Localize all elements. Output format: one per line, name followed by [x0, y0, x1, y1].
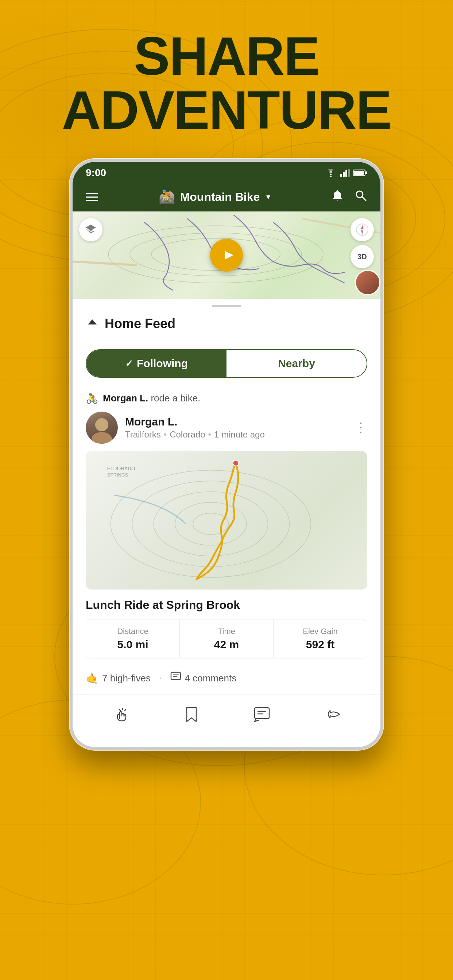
svg-line-18 — [362, 197, 366, 200]
phone-frame: 9:00 — [70, 159, 383, 750]
svg-point-32 — [132, 481, 289, 566]
reactions-row: 🤙 7 high-fives • 4 comments — [86, 667, 367, 694]
map-area[interactable]: 3D — [73, 212, 380, 299]
svg-point-33 — [153, 492, 268, 556]
post-header: Morgan L. Trailforks • Colorado • 1 minu… — [86, 412, 367, 444]
stat-time-value: 42 m — [186, 638, 267, 651]
avatar-image — [86, 412, 118, 444]
bottom-nav — [73, 694, 380, 740]
feed-post: Morgan L. Trailforks • Colorado • 1 minu… — [73, 412, 380, 694]
menu-button[interactable] — [86, 193, 98, 201]
wifi-icon — [325, 169, 337, 177]
svg-point-30 — [91, 432, 112, 444]
post-map[interactable]: ELDORADO SPRINGS — [86, 451, 367, 590]
feed-title: Home Feed — [105, 316, 175, 331]
high-five-icon: 🤙 — [86, 672, 99, 684]
check-icon: ✓ — [125, 358, 133, 369]
svg-point-29 — [95, 418, 108, 431]
hero-section: SHARE ADVENTURE — [62, 29, 391, 137]
tab-nearby-label: Nearby — [278, 357, 315, 370]
svg-marker-27 — [361, 230, 363, 235]
post-source: Trailforks — [125, 430, 161, 440]
search-icon[interactable] — [354, 189, 367, 205]
nav-center[interactable]: 🚵 Mountain Bike ▾ — [159, 189, 271, 205]
post-title: Lunch Ride at Spring Brook — [86, 598, 367, 612]
nav-high-five[interactable] — [107, 703, 136, 725]
svg-marker-28 — [88, 320, 97, 325]
nav-comment[interactable] — [247, 703, 276, 725]
nav-share[interactable] — [318, 703, 347, 725]
tab-nearby[interactable]: Nearby — [226, 350, 367, 377]
nav-title: Mountain Bike — [180, 190, 260, 204]
svg-point-35 — [193, 513, 229, 535]
feed-panel: Home Feed ✓ Following Nearby 🚴 Morgan L.… — [73, 307, 380, 747]
route-svg: ELDORADO SPRINGS — [86, 451, 367, 590]
svg-point-36 — [233, 460, 239, 466]
stats-row: Distance 5.0 mi Time 42 m Elev Gain 592 … — [86, 619, 367, 659]
stat-elev-label: Elev Gain — [279, 627, 361, 636]
comments-count: 4 comments — [185, 673, 237, 684]
stat-elev-value: 592 ft — [279, 638, 361, 651]
bike-activity-icon: 🚴 — [86, 392, 99, 404]
stat-distance: Distance 5.0 mi — [86, 619, 180, 658]
svg-line-43 — [125, 710, 126, 711]
play-button[interactable] — [210, 239, 243, 272]
svg-rect-45 — [255, 708, 269, 719]
svg-rect-13 — [348, 169, 350, 177]
meta-dot-2: • — [208, 430, 211, 440]
collapse-icon[interactable] — [86, 316, 99, 331]
high-fives-reaction[interactable]: 🤙 7 high-fives — [86, 672, 151, 684]
svg-rect-11 — [343, 172, 345, 177]
bell-icon[interactable] — [331, 189, 344, 205]
svg-line-22 — [73, 261, 137, 265]
comments-reaction[interactable]: 4 comments — [170, 671, 237, 685]
svg-rect-16 — [365, 171, 367, 174]
tab-following-label: Following — [137, 357, 188, 370]
hero-title-line1: SHARE — [62, 29, 391, 83]
stat-time-label: Time — [186, 627, 267, 636]
meta-dot-1: • — [164, 430, 167, 440]
stat-distance-value: 5.0 mi — [92, 638, 174, 651]
compass-button[interactable] — [351, 218, 374, 241]
tab-selector: ✓ Following Nearby — [86, 349, 367, 378]
3d-button[interactable]: 3D — [351, 245, 374, 268]
top-nav: 🚵 Mountain Bike ▾ — [73, 182, 380, 212]
post-username[interactable]: Morgan L. — [125, 415, 265, 428]
svg-line-44 — [119, 710, 120, 711]
stat-distance-label: Distance — [92, 627, 174, 636]
svg-rect-10 — [340, 174, 342, 177]
mountain-bike-icon: 🚵 — [159, 189, 175, 205]
signal-icon — [340, 169, 350, 177]
post-location: Colorado — [170, 430, 205, 440]
svg-marker-26 — [361, 224, 363, 230]
svg-text:SPRINGS: SPRINGS — [107, 472, 128, 477]
post-time: 1 minute ago — [214, 430, 265, 440]
svg-rect-15 — [354, 170, 364, 175]
activity-notification: 🚴 Morgan L. rode a bike. — [73, 388, 380, 412]
svg-text:ELDORADO: ELDORADO — [107, 466, 135, 471]
status-icons — [325, 169, 367, 177]
phone-mockup: 9:00 — [70, 159, 383, 750]
feed-header: Home Feed — [73, 307, 380, 339]
post-more-button[interactable]: ⋮ — [354, 421, 367, 434]
high-fives-count: 7 high-fives — [102, 673, 151, 684]
battery-icon — [353, 169, 367, 177]
comment-icon — [170, 671, 181, 685]
layers-button[interactable] — [79, 218, 102, 241]
nav-right-actions — [331, 189, 367, 205]
3d-label: 3D — [357, 253, 367, 261]
post-user: Morgan L. Trailforks • Colorado • 1 minu… — [86, 412, 265, 444]
nav-chevron-icon: ▾ — [266, 192, 270, 202]
stat-time: Time 42 m — [180, 619, 274, 658]
activity-username[interactable]: Morgan L. — [103, 393, 148, 404]
activity-text: Morgan L. rode a bike. — [103, 393, 200, 404]
status-bar: 9:00 — [73, 162, 380, 182]
tab-following[interactable]: ✓ Following — [86, 350, 226, 377]
nav-bookmark[interactable] — [177, 703, 206, 725]
reaction-separator: • — [160, 675, 161, 682]
activity-action: rode a bike. — [151, 393, 200, 404]
post-avatar[interactable] — [86, 412, 118, 444]
svg-rect-39 — [171, 672, 180, 679]
svg-point-9 — [330, 176, 332, 177]
svg-marker-24 — [225, 251, 233, 259]
